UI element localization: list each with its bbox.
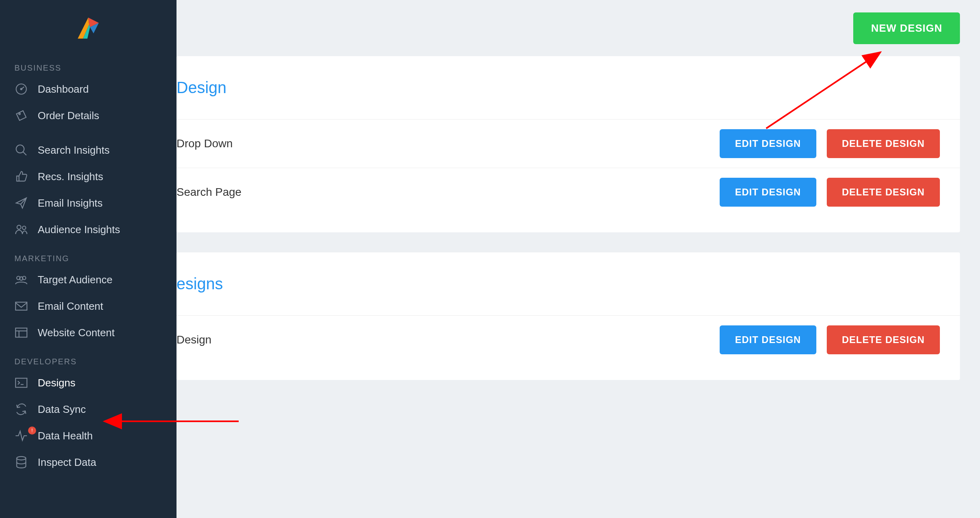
svg-line-8 bbox=[23, 152, 26, 155]
envelope-icon bbox=[14, 299, 28, 313]
design-name: Search Page bbox=[177, 186, 241, 199]
sidebar-item-target-audience[interactable]: Target Audience bbox=[0, 266, 177, 293]
sidebar-item-email-content[interactable]: Email Content bbox=[0, 293, 177, 319]
sidebar-item-label: Data Health bbox=[38, 430, 93, 442]
sidebar-item-label: Inspect Data bbox=[38, 456, 96, 469]
people-icon bbox=[14, 223, 28, 236]
edit-design-button[interactable]: EDIT DESIGN bbox=[720, 178, 816, 207]
svg-point-11 bbox=[22, 226, 26, 230]
row-actions: EDIT DESIGN DELETE DESIGN bbox=[720, 325, 940, 354]
main-content: NEW DESIGN Design Drop Down EDIT DESIGN … bbox=[177, 0, 980, 518]
sidebar-section-business: BUSINESS bbox=[0, 52, 177, 76]
sidebar-item-data-sync[interactable]: Data Sync bbox=[0, 396, 177, 423]
new-design-button[interactable]: NEW DESIGN bbox=[853, 12, 960, 44]
sidebar-item-search-insights[interactable]: Search Insights bbox=[0, 137, 177, 163]
svg-point-7 bbox=[16, 145, 24, 153]
sidebar-item-inspect-data[interactable]: Inspect Data bbox=[0, 449, 177, 475]
row-actions: EDIT DESIGN DELETE DESIGN bbox=[720, 178, 940, 207]
alert-badge: ! bbox=[28, 427, 36, 435]
tag-icon bbox=[14, 109, 28, 122]
sync-icon bbox=[14, 402, 28, 416]
search-icon bbox=[14, 143, 28, 157]
sidebar-item-label: Designs bbox=[38, 377, 75, 389]
design-name: Drop Down bbox=[177, 137, 233, 150]
sidebar-item-recs-insights[interactable]: Recs. Insights bbox=[0, 163, 177, 190]
layout-icon bbox=[14, 326, 28, 339]
topbar: NEW DESIGN bbox=[177, 0, 980, 56]
sidebar-item-label: Recs. Insights bbox=[38, 171, 103, 183]
sidebar-item-data-health[interactable]: ! Data Health bbox=[0, 423, 177, 449]
svg-rect-16 bbox=[16, 328, 27, 337]
sidebar-item-label: Dashboard bbox=[38, 83, 89, 95]
design-row: Drop Down EDIT DESIGN DELETE DESIGN bbox=[177, 119, 960, 168]
sidebar-item-label: Target Audience bbox=[38, 274, 112, 286]
sidebar-item-label: Website Content bbox=[38, 327, 115, 339]
app-logo bbox=[0, 4, 177, 52]
sidebar-item-label: Audience Insights bbox=[38, 223, 120, 236]
svg-rect-19 bbox=[16, 378, 27, 388]
gauge-icon bbox=[14, 82, 28, 96]
edit-design-button[interactable]: EDIT DESIGN bbox=[720, 325, 816, 354]
thumbs-up-icon bbox=[14, 170, 28, 183]
svg-point-5 bbox=[20, 88, 22, 89]
sidebar-item-designs[interactable]: Designs bbox=[0, 370, 177, 396]
panel-design: Design Drop Down EDIT DESIGN DELETE DESI… bbox=[177, 56, 960, 232]
panel-title: Design bbox=[177, 56, 960, 119]
terminal-icon bbox=[14, 376, 28, 390]
sidebar-section-marketing: MARKETING bbox=[0, 243, 177, 266]
sidebar-item-email-insights[interactable]: Email Insights bbox=[0, 190, 177, 216]
design-row: Design EDIT DESIGN DELETE DESIGN bbox=[177, 315, 960, 364]
sidebar: BUSINESS Dashboard Order Details Search … bbox=[0, 0, 177, 518]
sidebar-item-audience-insights[interactable]: Audience Insights bbox=[0, 216, 177, 243]
panel-title: esigns bbox=[177, 252, 960, 315]
sidebar-item-label: Data Sync bbox=[38, 403, 86, 416]
svg-point-6 bbox=[19, 113, 20, 115]
sidebar-item-order-details[interactable]: Order Details bbox=[0, 102, 177, 129]
panel-designs: esigns Design EDIT DESIGN DELETE DESIGN bbox=[177, 252, 960, 380]
svg-rect-15 bbox=[16, 302, 27, 310]
delete-design-button[interactable]: DELETE DESIGN bbox=[827, 325, 940, 354]
activity-icon bbox=[14, 429, 28, 443]
delete-design-button[interactable]: DELETE DESIGN bbox=[827, 129, 940, 158]
delete-design-button[interactable]: DELETE DESIGN bbox=[827, 178, 940, 207]
sidebar-item-website-content[interactable]: Website Content bbox=[0, 319, 177, 346]
row-actions: EDIT DESIGN DELETE DESIGN bbox=[720, 129, 940, 158]
paper-plane-icon bbox=[14, 196, 28, 210]
sidebar-item-label: Email Content bbox=[38, 300, 103, 313]
sidebar-item-label: Order Details bbox=[38, 110, 99, 122]
sidebar-item-label: Search Insights bbox=[38, 144, 110, 156]
svg-point-21 bbox=[17, 457, 26, 460]
design-row: Search Page EDIT DESIGN DELETE DESIGN bbox=[177, 168, 960, 216]
group-icon bbox=[14, 273, 28, 286]
edit-design-button[interactable]: EDIT DESIGN bbox=[720, 129, 816, 158]
sidebar-item-label: Email Insights bbox=[38, 197, 103, 209]
design-name: Design bbox=[177, 333, 211, 346]
database-icon bbox=[14, 455, 28, 469]
sidebar-section-developers: DEVELOPERS bbox=[0, 346, 177, 370]
svg-point-10 bbox=[17, 225, 21, 229]
sidebar-item-dashboard[interactable]: Dashboard bbox=[0, 76, 177, 102]
